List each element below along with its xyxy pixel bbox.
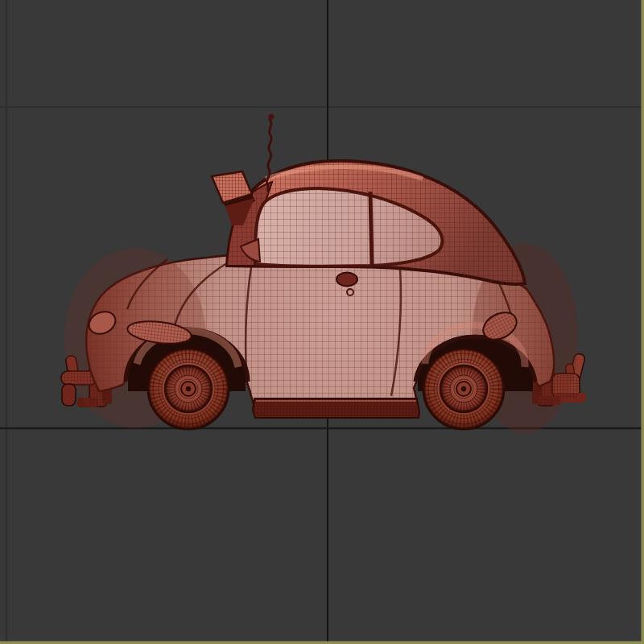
front-wheel (148, 349, 229, 429)
viewport-canvas[interactable] (0, 0, 644, 644)
running-board (253, 398, 419, 418)
antenna-knob (269, 114, 275, 120)
window-divider (370, 192, 372, 266)
viewport-render (0, 0, 644, 644)
door-handle (336, 273, 357, 287)
rear-wheel (423, 349, 504, 429)
